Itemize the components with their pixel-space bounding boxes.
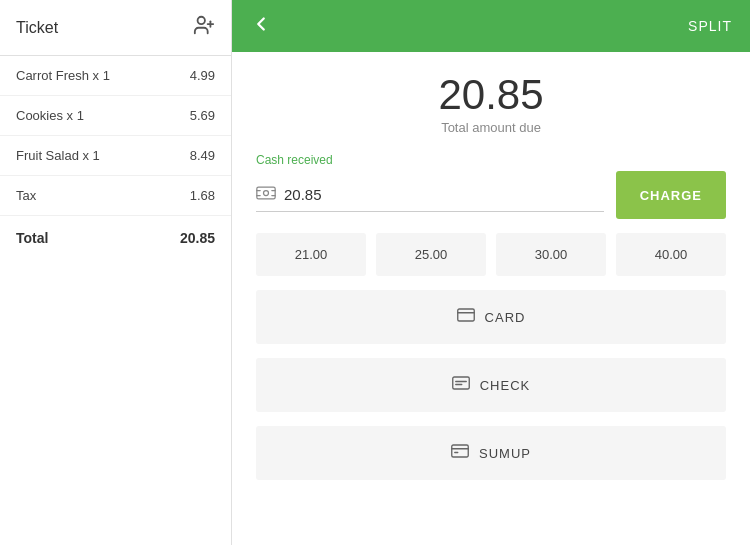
check-payment-button[interactable]: CHECK [256,358,726,412]
quick-amounts: 21.00 25.00 30.00 40.00 [256,233,726,276]
cash-received-label: Cash received [256,153,726,167]
check-label: CHECK [480,378,531,393]
back-button[interactable] [250,13,272,40]
ticket-item: Fruit Salad x 1 8.49 [0,136,231,176]
svg-rect-14 [452,445,469,457]
sumup-label: SUMUP [479,446,531,461]
right-body: 20.85 Total amount due Cash received [232,52,750,545]
sumup-payment-button[interactable]: SUMUP [256,426,726,480]
cash-input-row: CHARGE [256,171,726,219]
svg-rect-3 [257,187,275,199]
quick-amount-1[interactable]: 25.00 [376,233,486,276]
ticket-item: Cookies x 1 5.69 [0,96,231,136]
amount-label: Total amount due [256,120,726,135]
item-price: 8.49 [190,148,215,163]
tax-label: Tax [16,188,36,203]
check-icon [452,376,470,394]
ticket-item: Carrot Fresh x 1 4.99 [0,56,231,96]
card-label: CARD [485,310,526,325]
cash-input[interactable] [284,186,604,203]
charge-button[interactable]: CHARGE [616,171,726,219]
ticket-total-row: Total 20.85 [0,216,231,260]
item-name: Fruit Salad x 1 [16,148,100,163]
left-panel: Ticket Carrot Fresh x 1 4.99 Cookies x 1… [0,0,232,545]
cash-icon [256,184,276,205]
ticket-items-list: Carrot Fresh x 1 4.99 Cookies x 1 5.69 F… [0,56,231,545]
amount-display: 20.85 Total amount due [256,72,726,135]
tax-value: 1.68 [190,188,215,203]
right-panel: SPLIT 20.85 Total amount due Cash receiv… [232,0,750,545]
item-name: Carrot Fresh x 1 [16,68,110,83]
svg-rect-9 [457,309,474,321]
item-price: 4.99 [190,68,215,83]
total-value: 20.85 [180,230,215,246]
card-icon [457,308,475,326]
sumup-icon [451,444,469,462]
item-price: 5.69 [190,108,215,123]
quick-amount-0[interactable]: 21.00 [256,233,366,276]
svg-point-4 [264,191,269,196]
ticket-title: Ticket [16,19,58,37]
add-person-icon[interactable] [193,14,215,41]
cash-input-wrapper [256,178,604,212]
svg-rect-11 [452,377,469,389]
total-amount: 20.85 [256,72,726,118]
quick-amount-2[interactable]: 30.00 [496,233,606,276]
ticket-header: Ticket [0,0,231,56]
cash-received-section: Cash received CHAR [256,153,726,219]
svg-point-0 [198,17,205,24]
total-label: Total [16,230,48,246]
item-name: Cookies x 1 [16,108,84,123]
ticket-tax-row: Tax 1.68 [0,176,231,216]
right-header: SPLIT [232,0,750,52]
quick-amount-3[interactable]: 40.00 [616,233,726,276]
split-button[interactable]: SPLIT [688,18,732,34]
card-payment-button[interactable]: CARD [256,290,726,344]
